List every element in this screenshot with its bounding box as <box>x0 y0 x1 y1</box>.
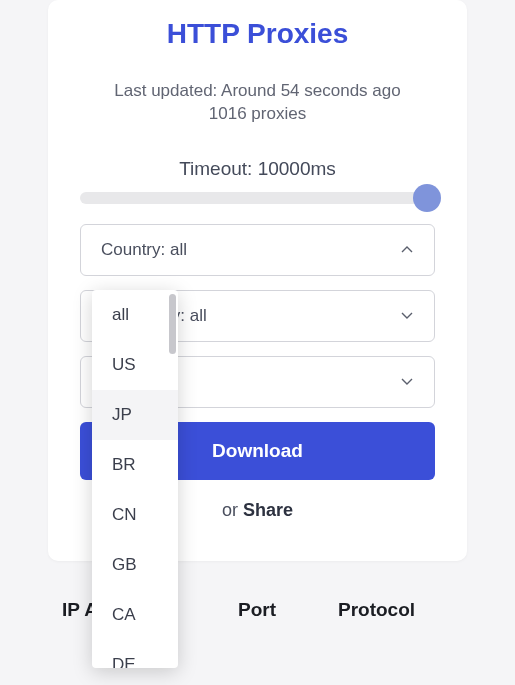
col-port: Port <box>238 599 338 621</box>
timeout-slider[interactable] <box>80 192 435 204</box>
country-dropdown-list: all US JP BR CN GB CA DE <box>92 290 178 668</box>
col-protocol: Protocol <box>338 599 467 621</box>
page-title: HTTP Proxies <box>80 18 435 50</box>
country-option-de[interactable]: DE <box>92 640 178 668</box>
proxy-count-text: 1016 proxies <box>80 104 435 124</box>
chevron-up-icon <box>400 243 414 257</box>
country-option-us[interactable]: US <box>92 340 178 390</box>
country-option-gb[interactable]: GB <box>92 540 178 590</box>
country-dropdown[interactable]: all US JP BR CN GB CA DE <box>92 290 178 668</box>
or-text: or <box>222 500 243 520</box>
country-option-jp[interactable]: JP <box>92 390 178 440</box>
slider-thumb-icon[interactable] <box>413 184 441 212</box>
last-updated-text: Last updated: Around 54 seconds ago <box>80 78 435 104</box>
country-select[interactable]: Country: all <box>80 224 435 276</box>
country-option-br[interactable]: BR <box>92 440 178 490</box>
chevron-down-icon <box>400 375 414 389</box>
share-link[interactable]: Share <box>243 500 293 520</box>
country-option-cn[interactable]: CN <box>92 490 178 540</box>
dropdown-scrollbar[interactable] <box>169 294 176 354</box>
country-select-label: Country: all <box>101 240 187 260</box>
chevron-down-icon <box>400 309 414 323</box>
country-option-all[interactable]: all <box>92 290 178 340</box>
timeout-label: Timeout: 10000ms <box>80 158 435 180</box>
country-option-ca[interactable]: CA <box>92 590 178 640</box>
